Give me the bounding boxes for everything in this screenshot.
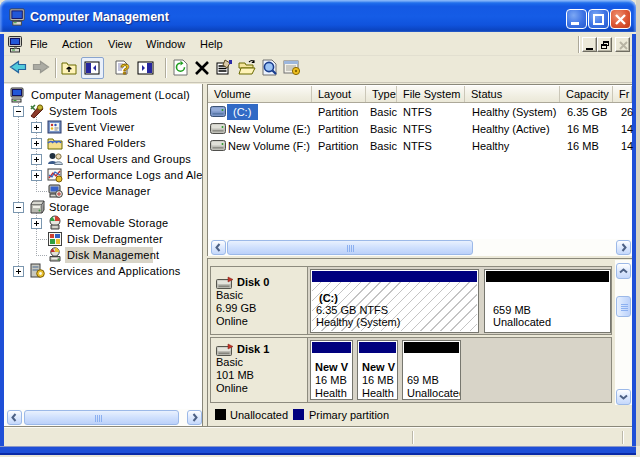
svg-text:?: ? <box>121 60 130 77</box>
